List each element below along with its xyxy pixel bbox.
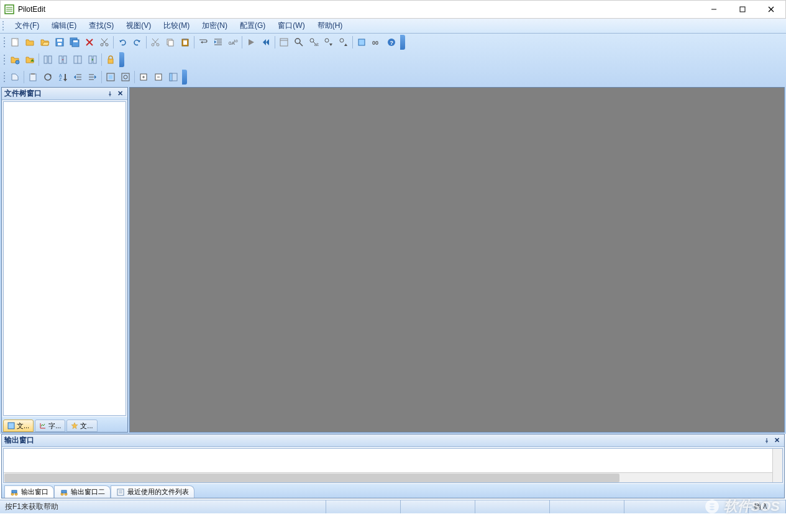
file-tree-body[interactable] <box>3 101 126 416</box>
svg-marker-38 <box>214 40 216 44</box>
menu-search[interactable]: 查找(S) <box>83 19 120 33</box>
delete-button[interactable] <box>83 35 96 49</box>
file-tree-panel: 文件树窗口 ✕ 文... 字... 文... <box>1 87 128 433</box>
panel-button[interactable] <box>167 70 180 84</box>
svg-marker-54 <box>344 44 347 46</box>
close-button[interactable] <box>757 0 785 19</box>
file-tree-header: 文件树窗口 ✕ <box>2 88 127 100</box>
clipboard-button[interactable] <box>26 70 40 84</box>
output-tabs: 输出窗口 输出窗口二 最近使用的文件列表 <box>2 484 784 498</box>
save-all-button[interactable] <box>68 35 81 49</box>
run-button[interactable] <box>244 35 258 49</box>
open-file-button[interactable] <box>38 35 52 49</box>
save-button[interactable] <box>53 35 66 49</box>
status-cell-2 <box>401 500 475 513</box>
file-tree-title: 文件树窗口 <box>4 88 42 99</box>
close-panel-icon[interactable]: ✕ <box>772 436 782 446</box>
svg-marker-42 <box>263 39 266 45</box>
tab-recent[interactable]: 最近使用的文件列表 <box>111 485 194 498</box>
menu-config[interactable]: 配置(G) <box>234 19 272 33</box>
svg-marker-78 <box>63 74 67 81</box>
find-button[interactable] <box>292 35 306 49</box>
ftp-connect-button[interactable] <box>8 53 22 66</box>
pin-icon[interactable] <box>762 436 772 446</box>
menu-grip[interactable] <box>2 21 6 32</box>
collapse-button[interactable] <box>152 70 165 84</box>
find-replace-button[interactable]: ab <box>307 35 321 49</box>
menu-file[interactable]: 文件(F) <box>9 19 45 33</box>
merge-button[interactable] <box>71 53 85 66</box>
undo-button[interactable] <box>116 35 129 49</box>
cut-button[interactable] <box>98 35 111 49</box>
compare-button[interactable] <box>41 53 55 66</box>
zoom-button[interactable] <box>119 70 132 84</box>
toolbar-overflow[interactable] <box>119 52 124 67</box>
menu-encrypt[interactable]: 加密(N) <box>196 19 234 33</box>
tab-chars[interactable]: 字... <box>35 420 65 432</box>
close-panel-icon[interactable]: ✕ <box>115 89 125 99</box>
toolbar-overflow[interactable] <box>400 35 405 50</box>
lock-button[interactable] <box>104 53 117 66</box>
word-wrap-button[interactable] <box>196 35 210 49</box>
prev-button[interactable] <box>259 35 273 49</box>
menu-edit[interactable]: 编辑(E) <box>45 19 83 33</box>
paste-button[interactable] <box>178 35 192 49</box>
cut2-button[interactable] <box>149 35 162 49</box>
reload-button[interactable] <box>41 70 55 84</box>
toolbar-grip[interactable] <box>2 53 6 66</box>
menu-help[interactable]: 帮助(H) <box>311 19 349 33</box>
svg-line-47 <box>299 43 303 46</box>
svg-point-102 <box>11 493 14 495</box>
svg-rect-68 <box>89 56 92 63</box>
bookmark-button[interactable] <box>355 35 368 49</box>
tab-output1[interactable]: 输出窗口 <box>4 485 54 498</box>
indent2-button[interactable] <box>86 70 99 84</box>
redo-button[interactable] <box>130 35 144 49</box>
svg-rect-32 <box>183 39 187 40</box>
svg-point-59 <box>16 60 19 64</box>
h-scrollbar[interactable] <box>4 472 772 482</box>
pin-icon[interactable] <box>105 89 115 99</box>
svg-rect-61 <box>44 56 47 63</box>
compare-dir-button[interactable] <box>56 53 70 66</box>
svg-rect-64 <box>63 56 66 63</box>
code-button[interactable]: 00 <box>370 35 383 49</box>
toolbar-grip[interactable] <box>2 70 6 84</box>
toolbar-grip[interactable] <box>2 35 6 49</box>
v-scrollbar[interactable] <box>772 449 782 482</box>
svg-rect-97 <box>170 73 172 81</box>
output-body[interactable] <box>3 448 783 483</box>
tab-files[interactable]: 文... <box>3 420 34 432</box>
menu-window[interactable]: 窗口(W) <box>272 19 311 33</box>
fullscreen-button[interactable] <box>104 70 117 84</box>
outdent-button[interactable] <box>71 70 85 84</box>
help-button[interactable]: ? <box>385 35 398 49</box>
ftp-upload-button[interactable] <box>23 53 37 66</box>
sort-button[interactable]: AZ <box>56 70 70 84</box>
hex-button[interactable]: 0A10 <box>226 35 240 49</box>
tab-favorites[interactable]: 文... <box>66 420 97 432</box>
maximize-button[interactable] <box>728 0 757 19</box>
svg-rect-104 <box>12 490 17 493</box>
open-folder-button[interactable] <box>23 35 37 49</box>
copy-button[interactable] <box>163 35 177 49</box>
indent-button[interactable] <box>211 35 225 49</box>
tool-a-button[interactable] <box>277 35 291 49</box>
svg-rect-44 <box>280 39 288 46</box>
tag-button[interactable] <box>8 70 22 84</box>
new-file-button[interactable] <box>8 35 22 49</box>
tab-output2[interactable]: 输出窗口二 <box>54 485 111 498</box>
toolbar-overflow[interactable] <box>182 70 187 85</box>
editor-area[interactable] <box>129 87 785 433</box>
svg-rect-62 <box>48 56 52 63</box>
find-next-button[interactable] <box>322 35 336 49</box>
sync-button[interactable] <box>86 53 99 66</box>
output-header: 输出窗口 ✕ <box>2 434 784 447</box>
menu-view[interactable]: 视图(V) <box>120 19 157 33</box>
minimize-button[interactable] <box>700 0 728 19</box>
status-cell-1 <box>326 500 401 513</box>
find-prev-button[interactable] <box>337 35 350 49</box>
menu-compare[interactable]: 比较(M) <box>157 19 196 33</box>
expand-button[interactable] <box>137 70 150 84</box>
svg-rect-69 <box>93 56 96 63</box>
